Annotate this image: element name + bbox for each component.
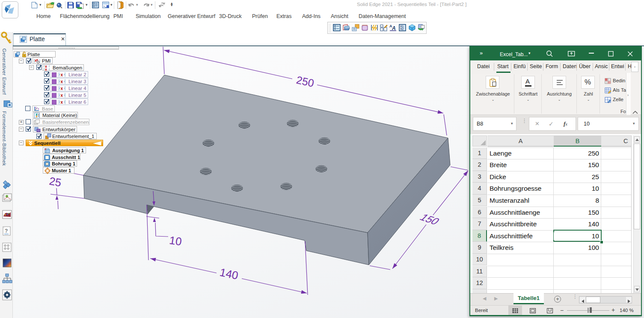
svg-text:140: 140 (219, 266, 240, 282)
svg-text:25: 25 (48, 175, 62, 189)
svg-text:10: 10 (169, 234, 183, 248)
svg-text:x: x (61, 100, 63, 105)
svg-text:X2:: X2: (400, 27, 404, 30)
svg-text:x: x (61, 93, 63, 98)
svg-text:x: x (61, 79, 63, 84)
svg-text:?: ? (5, 228, 8, 234)
svg-text:y: y (35, 106, 37, 109)
svg-text:x: x (61, 86, 63, 91)
svg-text:x: x (36, 58, 39, 62)
svg-text:x: x (38, 107, 39, 110)
svg-text:x: x (61, 72, 63, 77)
svg-text:250: 250 (295, 74, 315, 89)
svg-text:x: x (45, 67, 47, 71)
svg-text:150: 150 (417, 212, 442, 227)
